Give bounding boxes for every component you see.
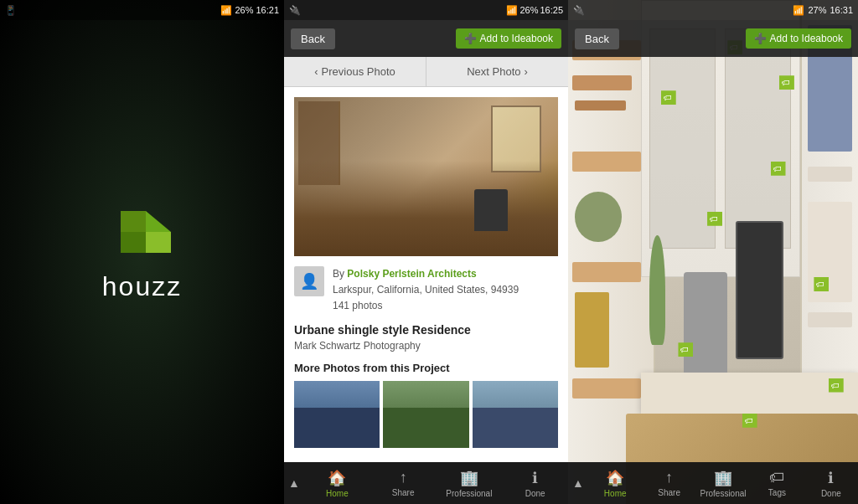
thumb-2-house: [383, 408, 468, 448]
tagged-professional-icon: 🏢: [714, 469, 732, 487]
svg-marker-2: [121, 211, 146, 232]
thumbnail-strip: [294, 381, 558, 448]
tagged-home-label: Home: [604, 489, 627, 498]
room-chair: [684, 272, 727, 373]
tagged-home-button[interactable]: 🏠 Home: [588, 469, 642, 498]
chevron-right-icon: ›: [524, 65, 527, 78]
expand-icon[interactable]: ▲: [284, 476, 304, 490]
tagged-back-button[interactable]: Back: [575, 28, 619, 49]
room-background: [568, 0, 858, 504]
meta-by-line: By Polsky Perlstein Architects: [333, 266, 558, 282]
detail-top-bar: Back ➕ Add to Ideabook: [284, 20, 568, 57]
home-icon: 🏠: [328, 469, 346, 487]
tag-8[interactable]: [829, 378, 844, 393]
tagged-photo-panel: 🔌 📶 27% 16:31 Back ➕ Add to Ideabook: [568, 0, 858, 504]
tagged-plus-icon: ➕: [754, 33, 767, 44]
location-text: Larkspur, California, United States, 949…: [333, 282, 558, 298]
photo-count: 141 photos: [333, 298, 558, 314]
houzz-logo-text: houzz: [102, 271, 182, 302]
share-icon: ↑: [400, 469, 407, 486]
add-ideabook-button[interactable]: ➕ Add to Ideabook: [456, 28, 561, 49]
tagged-add-ideabook-button[interactable]: ➕ Add to Ideabook: [746, 28, 851, 49]
detail-status-icons: 📶 26% 16:25: [506, 5, 563, 16]
signal-icon: 📶: [220, 5, 232, 16]
tagged-tags-icon: 🏷: [769, 469, 784, 486]
tag-6[interactable]: [814, 277, 829, 291]
thumb-3-house: [473, 408, 558, 448]
done-button[interactable]: ℹ Done: [502, 469, 568, 498]
photo-image: [294, 97, 558, 256]
tagged-ideabook-label: Add to Ideabook: [770, 33, 843, 44]
by-label: By: [333, 268, 344, 280]
chevron-left-icon: ‹: [314, 65, 318, 78]
battery-pct: 26%: [519, 5, 538, 15]
tag-4[interactable]: [771, 162, 786, 176]
tagged-professional-button[interactable]: 🏢 Professional: [696, 469, 750, 498]
room-desk-decor: [294, 161, 558, 256]
professional-button[interactable]: 🏢 Professional: [437, 469, 503, 498]
tagged-tags-label: Tags: [768, 488, 786, 497]
tag-7[interactable]: [678, 342, 693, 357]
tag-9[interactable]: [742, 414, 757, 428]
tagged-tags-button[interactable]: 🏷 Tags: [750, 469, 804, 497]
tagged-professional-label: Professional: [700, 489, 747, 498]
tagged-expand-icon[interactable]: ▲: [568, 476, 588, 490]
back-button[interactable]: Back: [291, 28, 335, 49]
detail-time: 🔌: [289, 5, 301, 16]
thumb-3[interactable]: [473, 381, 558, 448]
tagged-top-bar: Back ➕ Add to Ideabook: [568, 20, 858, 57]
share-label: Share: [392, 488, 415, 497]
houzz-logo-icon: [112, 203, 171, 261]
home-button[interactable]: 🏠 Home: [304, 469, 370, 498]
done-icon: ℹ: [532, 469, 538, 487]
tagged-share-button[interactable]: ↑ Share: [642, 469, 695, 497]
tagged-done-button[interactable]: ℹ Done: [804, 469, 858, 498]
photo-nav-bar: ‹ Previous Photo Next Photo ›: [284, 57, 568, 87]
main-photo[interactable]: [294, 97, 558, 256]
meta-details: By Polsky Perlstein Architects Larkspur,…: [333, 266, 558, 315]
project-title: Urbane shingle style Residence: [294, 323, 558, 337]
professional-icon: 🏢: [460, 469, 478, 487]
done-label: Done: [525, 489, 545, 498]
share-button[interactable]: ↑ Share: [370, 469, 437, 497]
tagged-battery: 27%: [808, 5, 826, 15]
splash-status-icons: 📶 26% 16:21: [220, 5, 279, 16]
tag-1[interactable]: [661, 90, 676, 105]
detail-content[interactable]: 👤 By Polsky Perlstein Architects Larkspu…: [284, 87, 568, 462]
tagged-home-icon: 🏠: [606, 469, 624, 487]
wifi-icon: 📶: [506, 5, 518, 16]
houzz-logo: houzz: [102, 203, 182, 302]
tagged-bottom-bar: ▲ 🏠 Home ↑ Share 🏢 Professional 🏷 Tags ℹ…: [568, 462, 858, 504]
detail-clock: 16:25: [540, 5, 563, 15]
home-label: Home: [326, 489, 349, 498]
prev-photo-button[interactable]: ‹ Previous Photo: [284, 57, 426, 86]
tagged-share-icon: ↑: [665, 469, 673, 486]
room-chair-decor: [474, 189, 508, 231]
thumb-1[interactable]: [294, 381, 380, 448]
svg-rect-5: [146, 232, 171, 253]
tag-5[interactable]: [707, 212, 722, 226]
splash-panel: 📱 📶 26% 16:21 houzz: [0, 0, 284, 504]
desk-surface: [641, 373, 859, 413]
splash-status-icons-left: 📱: [5, 5, 17, 16]
architect-link[interactable]: Polsky Perlstein Architects: [347, 268, 476, 280]
thumb-2[interactable]: [383, 381, 468, 448]
splash-status-bar: 📱 📶 26% 16:21: [0, 0, 284, 20]
plus-icon: ➕: [464, 33, 477, 44]
more-photos-heading: More Photos from this Project: [294, 362, 558, 374]
tagged-done-label: Done: [821, 489, 841, 498]
splash-time: 16:21: [256, 5, 279, 15]
svg-marker-3: [146, 211, 171, 232]
tagged-done-icon: ℹ: [828, 469, 834, 487]
next-photo-button[interactable]: Next Photo ›: [426, 57, 568, 86]
tagged-signal-icon: 📶: [793, 5, 804, 16]
tagged-share-label: Share: [658, 488, 680, 497]
tagged-usb-icon: 🔌: [573, 5, 585, 16]
next-photo-label: Next Photo: [467, 65, 520, 78]
project-meta: 👤 By Polsky Perlstein Architects Larkspu…: [294, 266, 558, 315]
tag-3[interactable]: [779, 75, 794, 90]
thumb-1-house: [294, 408, 380, 448]
detail-bottom-bar: ▲ 🏠 Home ↑ Share 🏢 Professional ℹ Done: [284, 462, 568, 504]
tagged-status-bar: 🔌 📶 27% 16:31: [568, 0, 858, 20]
photo-detail-panel: 🔌 📶 26% 16:25 Back ➕ Add to Ideabook ‹ P…: [284, 0, 568, 504]
